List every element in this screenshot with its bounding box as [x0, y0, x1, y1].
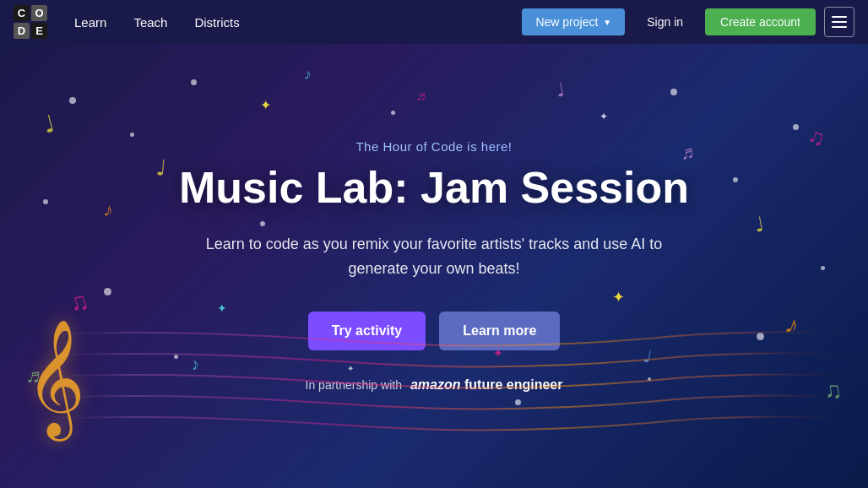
logo-e: E	[31, 23, 47, 39]
sign-in-button[interactable]: Sign in	[633, 8, 697, 35]
menu-bar-1	[832, 16, 847, 18]
create-account-button[interactable]: Create account	[705, 8, 816, 35]
music-staff	[0, 319, 868, 437]
chevron-down-icon: ▼	[603, 18, 611, 27]
nav-links: Learn Teach Districts	[64, 10, 522, 35]
menu-bar-2	[832, 21, 847, 23]
nav-districts[interactable]: Districts	[184, 10, 249, 35]
navbar: C O D E Learn Teach Districts New projec…	[0, 0, 868, 44]
nav-learn[interactable]: Learn	[64, 10, 117, 35]
logo-d: D	[14, 23, 30, 39]
menu-bar-3	[832, 26, 847, 28]
site-logo[interactable]: C O D E	[14, 5, 47, 39]
nav-actions: New project ▼ Sign in Create account	[522, 7, 854, 37]
new-project-button[interactable]: New project ▼	[522, 8, 625, 35]
menu-button[interactable]	[824, 7, 854, 37]
nav-teach[interactable]: Teach	[123, 10, 177, 35]
logo-c: C	[14, 5, 30, 21]
logo-o: O	[31, 5, 47, 21]
hero-section: ♩ ♪ ♫ ♩ ♪ ♬ ♫ ♩ ♪ ♬ ♩ ♫ ♪ ♩ ♬ ✦ ✦ ✦ ✦ ✦ …	[0, 44, 868, 488]
treble-clef-decoration: 𝄞	[25, 318, 85, 437]
new-project-label: New project	[535, 15, 598, 29]
